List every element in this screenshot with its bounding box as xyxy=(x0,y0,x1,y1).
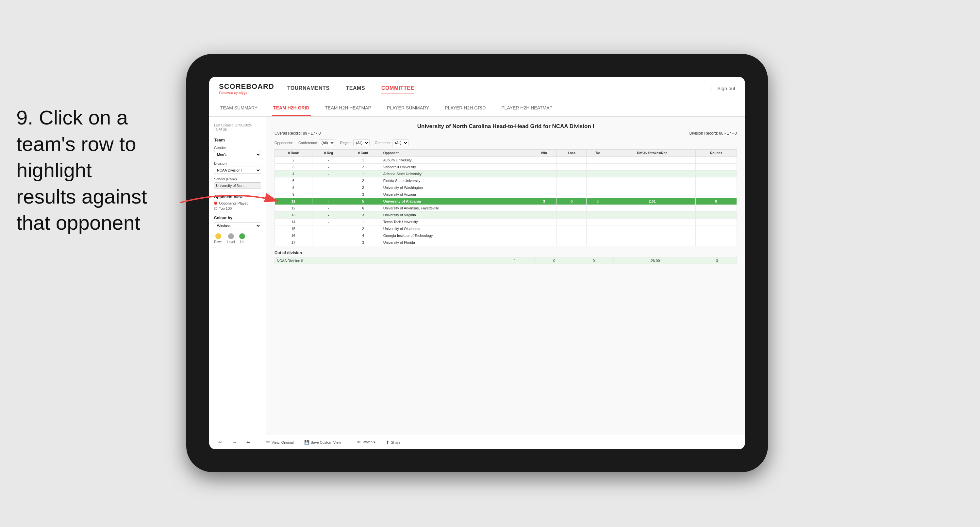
cell-diff xyxy=(609,212,696,218)
undo-btn[interactable]: ↩ xyxy=(216,439,224,446)
radio-top-100[interactable]: Top 100 xyxy=(214,207,261,210)
h2h-grid-table: # Rank # Reg # Conf Opponent Win Loss Ti… xyxy=(275,149,737,246)
cell-rank: 2 xyxy=(275,157,312,164)
table-row[interactable]: 9-3University of Arizona xyxy=(275,191,737,198)
share-label: Share xyxy=(391,440,400,444)
cell-rounds xyxy=(696,177,737,184)
cell-tie xyxy=(587,239,609,246)
out-division-row[interactable]: NCAA Division II 1 0 0 26.00 3 xyxy=(275,258,737,264)
redo-btn[interactable]: ↪ xyxy=(230,439,239,446)
sub-nav-team-h2h-heatmap[interactable]: TEAM H2H HEATMAP xyxy=(324,100,372,116)
filters-row: Opponents: Conference (All) Region (All) xyxy=(275,140,737,146)
col-tie: Tie xyxy=(587,150,609,157)
col-rank: # Rank xyxy=(275,150,312,157)
cell-conf: 2 xyxy=(345,184,381,191)
tablet-screen: SCOREBOARD Powered by clippi TOURNAMENTS… xyxy=(209,77,745,449)
table-row[interactable]: 8-2University of Washington xyxy=(275,184,737,191)
cell-diff xyxy=(609,164,696,170)
cell-reg: - xyxy=(312,184,345,191)
table-row[interactable]: 12-6University of Arkansas, Fayetteville xyxy=(275,205,737,212)
undo-icon: ↩ xyxy=(218,440,222,445)
table-row[interactable]: 16-4Georgia Institute of Technology xyxy=(275,232,737,239)
cell-tie xyxy=(587,212,609,218)
sub-nav-player-h2h-heatmap[interactable]: PLAYER H2H HEATMAP xyxy=(500,100,554,116)
sub-nav-team-summary[interactable]: TEAM SUMMARY xyxy=(219,100,259,116)
logo-scoreboard: SCOREBOARD xyxy=(219,82,274,91)
cell-tie xyxy=(587,205,609,212)
legend-dot-up xyxy=(239,233,245,239)
watch-icon: 👁 xyxy=(357,440,361,445)
sign-out-button[interactable]: Sign out xyxy=(717,86,735,91)
legend-down: Down xyxy=(214,233,223,244)
cell-win xyxy=(531,205,557,212)
cell-opponent: University of Florida xyxy=(381,239,531,246)
sub-nav-team-h2h-grid[interactable]: TEAM H2H GRID xyxy=(272,100,310,116)
cell-tie xyxy=(587,177,609,184)
sub-nav-player-summary[interactable]: PLAYER SUMMARY xyxy=(386,100,430,116)
back-btn[interactable]: ⬅ xyxy=(244,439,253,446)
cell-tie xyxy=(587,191,609,198)
save-custom-view-btn[interactable]: 💾 Save Custom View xyxy=(302,439,344,446)
cell-conf: 1 xyxy=(345,157,381,164)
colour-by-select[interactable]: Win/loss xyxy=(214,222,261,229)
cell-tie xyxy=(587,232,609,239)
col-opponent: Opponent xyxy=(381,150,531,157)
table-row[interactable]: 2-1Auburn University xyxy=(275,157,737,164)
cell-diff xyxy=(609,170,696,177)
nav-tournaments[interactable]: TOURNAMENTS xyxy=(287,84,330,94)
opponent-select[interactable]: (All) xyxy=(392,140,409,146)
radio-opponents-played[interactable]: Opponents Played xyxy=(214,201,261,205)
cell-reg: - xyxy=(312,218,345,225)
cell-diff xyxy=(609,177,696,184)
cell-conf: 4 xyxy=(345,232,381,239)
out-division-diff: 26.00 xyxy=(613,258,697,264)
cell-opponent: Vanderbilt University xyxy=(381,164,531,170)
cell-tie xyxy=(587,218,609,225)
cell-rank: 9 xyxy=(275,191,312,198)
cell-opponent: Georgia Institute of Technology xyxy=(381,232,531,239)
table-row[interactable]: 3-2Vanderbilt University xyxy=(275,164,737,170)
cell-diff xyxy=(609,157,696,164)
sub-nav-player-h2h-grid[interactable]: PLAYER H2H GRID xyxy=(444,100,487,116)
table-row[interactable]: 17-3University of Florida xyxy=(275,239,737,246)
cell-diff xyxy=(609,232,696,239)
cell-opponent: University of Oklahoma xyxy=(381,225,531,232)
cell-rank: 14 xyxy=(275,218,312,225)
cell-loss xyxy=(557,218,587,225)
col-loss: Loss xyxy=(557,150,587,157)
instruction-label: 9. Click on a team's row to highlight re… xyxy=(16,106,147,234)
gender-label: Gender xyxy=(214,146,261,150)
table-row[interactable]: 15-2University of Oklahoma xyxy=(275,225,737,232)
cell-tie xyxy=(587,157,609,164)
table-row[interactable]: 14-1Texas Tech University xyxy=(275,218,737,225)
nav-teams[interactable]: TEAMS xyxy=(346,84,365,94)
division-select[interactable]: NCAA Division I xyxy=(214,167,261,174)
region-filter: Region (All) xyxy=(340,140,369,146)
watch-btn[interactable]: 👁 Watch ▾ xyxy=(354,439,378,446)
sign-out-area: | Sign out xyxy=(710,86,735,91)
cell-rounds xyxy=(696,164,737,170)
cell-rounds xyxy=(696,191,737,198)
table-row[interactable]: 13-3University of Virginia xyxy=(275,212,737,218)
table-row[interactable]: 11-5University of Alabama3002.618 xyxy=(275,198,737,205)
gender-select[interactable]: Men's xyxy=(214,151,261,158)
table-row[interactable]: 4-1Arizona State University xyxy=(275,170,737,177)
main-content: Last Updated: 27/03/2024 16:55:38 Team G… xyxy=(209,117,745,435)
cell-rank: 12 xyxy=(275,205,312,212)
region-select[interactable]: (All) xyxy=(353,140,369,146)
cell-rounds: 8 xyxy=(696,198,737,205)
out-of-division-table: NCAA Division II 1 0 0 26.00 3 xyxy=(275,257,737,264)
cell-win xyxy=(531,157,557,164)
col-conf: # Conf xyxy=(345,150,381,157)
nav-committee[interactable]: COMMITTEE xyxy=(381,84,414,94)
conference-select[interactable]: (All) xyxy=(318,140,335,146)
overall-record: Overall Record: 89 - 17 - 0 xyxy=(275,131,321,135)
share-btn[interactable]: ⬆ Share xyxy=(383,439,403,446)
bottom-toolbar: ↩ ↪ ⬅ 👁 View: Original 💾 Save Custom Vie… xyxy=(209,435,745,449)
cell-tie: 0 xyxy=(587,198,609,205)
table-row[interactable]: 6-2Florida State University xyxy=(275,177,737,184)
cell-rank: 8 xyxy=(275,184,312,191)
conference-filter: Conference (All) xyxy=(298,140,335,146)
view-original-btn[interactable]: 👁 View: Original xyxy=(263,439,296,446)
cell-opponent: University of Virginia xyxy=(381,212,531,218)
